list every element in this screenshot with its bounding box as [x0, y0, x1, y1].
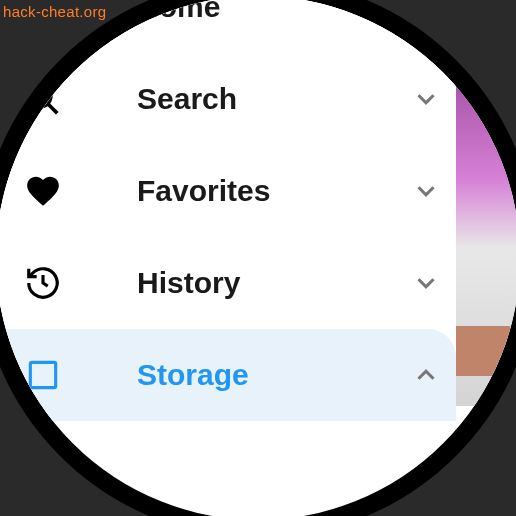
chevron-down-icon: [411, 268, 441, 298]
menu-item-storage[interactable]: Storage: [0, 329, 456, 421]
menu-item-label: History: [137, 266, 411, 300]
chevron-up-icon: [411, 360, 441, 390]
chevron-down-icon: [411, 84, 441, 114]
svg-point-0: [29, 85, 51, 107]
menu-item-label: Favorites: [137, 174, 411, 208]
search-icon: [24, 80, 62, 118]
menu-item-favorites[interactable]: Favorites: [0, 145, 456, 237]
circle-frame: Home Search Favori: [0, 0, 516, 516]
menu-item-label: Search: [137, 82, 411, 116]
watermark: hack-cheat.org: [3, 3, 106, 20]
menu-item-label: Home: [137, 0, 441, 24]
svg-line-1: [48, 104, 58, 114]
navigation-menu: Home Search Favori: [0, 0, 456, 421]
menu-item-search[interactable]: Search: [0, 53, 456, 145]
menu-item-history[interactable]: History: [0, 237, 456, 329]
chevron-down-icon: [411, 176, 441, 206]
menu-item-label: Storage: [137, 358, 411, 392]
svg-rect-2: [30, 362, 55, 387]
history-icon: [24, 264, 62, 302]
heart-icon: [24, 172, 62, 210]
storage-icon: [24, 356, 62, 394]
